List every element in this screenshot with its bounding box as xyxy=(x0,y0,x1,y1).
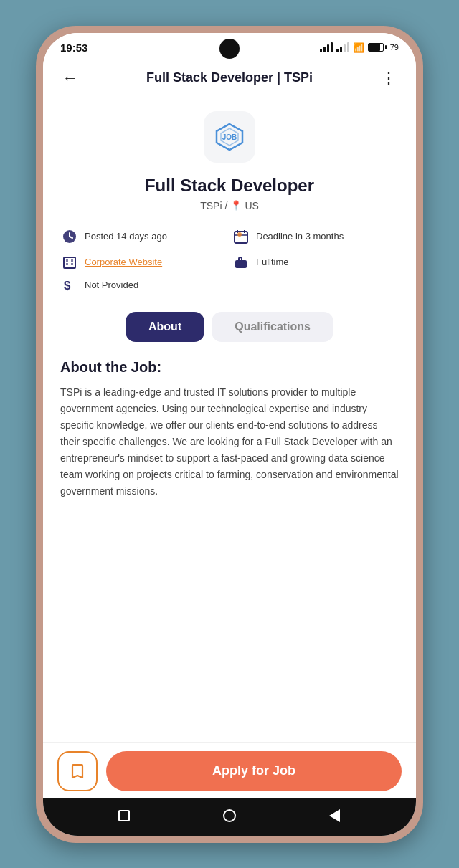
android-back-button[interactable] xyxy=(326,807,344,824)
bookmark-icon xyxy=(69,763,86,780)
svg-text:$: $ xyxy=(64,279,71,292)
android-home-button[interactable] xyxy=(221,807,238,824)
battery-icon xyxy=(368,43,387,52)
recent-icon xyxy=(118,810,130,821)
wifi-icon: 📶 xyxy=(353,42,364,53)
svg-rect-11 xyxy=(64,257,75,268)
salary-row: $ Not Provided xyxy=(43,276,416,303)
job-location: US xyxy=(245,200,258,211)
job-title: Full Stack Developer xyxy=(43,170,416,197)
back-button[interactable]: ← xyxy=(57,65,83,91)
page-title: Full Stack Developer | TSPi xyxy=(146,70,313,85)
calendar-icon xyxy=(232,227,250,246)
tab-qualifications-label: Qualifications xyxy=(235,320,311,333)
back-arrow-icon: ← xyxy=(62,69,78,87)
salary-text: Not Provided xyxy=(85,280,138,290)
save-job-button[interactable] xyxy=(57,751,98,791)
building-icon xyxy=(60,253,79,272)
phone-screen: 19:53 📶 xyxy=(43,33,416,836)
status-icons: 📶 79 xyxy=(320,42,399,53)
tab-qualifications[interactable]: Qualifications xyxy=(212,312,333,342)
signal-icon-2 xyxy=(336,42,349,52)
home-icon xyxy=(223,809,236,822)
battery-percent: 79 xyxy=(390,43,399,52)
job-logo-svg: JOB xyxy=(214,121,245,153)
back-icon xyxy=(329,809,340,822)
status-time: 19:53 xyxy=(60,42,87,54)
website-item: Corporate Website xyxy=(60,253,227,272)
front-camera xyxy=(219,39,240,59)
svg-rect-13 xyxy=(71,259,73,262)
top-navigation: ← Full Stack Developer | TSPi ⋮ xyxy=(43,58,416,98)
bottom-action-bar: Apply for Job xyxy=(43,742,416,798)
android-navigation xyxy=(43,798,416,836)
jobtype-item: Fulltime xyxy=(232,253,399,272)
scroll-content[interactable]: JOB Full Stack Developer TSPi / 📍 US xyxy=(43,98,416,742)
job-info-grid: Posted 14 days ago Deadline in 3 months … xyxy=(43,220,416,276)
svg-rect-12 xyxy=(66,259,68,262)
svg-point-10 xyxy=(237,232,242,237)
svg-rect-16 xyxy=(235,260,247,268)
website-link[interactable]: Corporate Website xyxy=(85,257,162,267)
svg-text:JOB: JOB xyxy=(222,133,237,141)
apply-button-label: Apply for Job xyxy=(212,763,295,778)
android-recent-button[interactable] xyxy=(115,807,133,824)
separator: / xyxy=(225,200,228,211)
about-body: TSPi is a leading-edge and trusted IT so… xyxy=(60,384,399,500)
svg-rect-14 xyxy=(66,263,68,265)
signal-icon xyxy=(320,42,333,52)
deadline-item: Deadline in 3 months xyxy=(232,227,399,246)
deadline-text: Deadline in 3 months xyxy=(256,231,344,242)
posted-text: Posted 14 days ago xyxy=(85,231,167,242)
company-name: TSPi xyxy=(200,200,222,211)
svg-rect-15 xyxy=(71,263,73,265)
location-pin-icon: 📍 xyxy=(230,200,242,211)
job-company-location: TSPi / 📍 US xyxy=(43,197,416,220)
apply-button[interactable]: Apply for Job xyxy=(106,751,402,791)
tab-about[interactable]: About xyxy=(126,312,204,342)
dollar-icon: $ xyxy=(60,276,79,295)
posted-item: Posted 14 days ago xyxy=(60,227,227,246)
tab-about-label: About xyxy=(148,320,181,333)
status-bar: 19:53 📶 xyxy=(43,33,416,58)
about-section: About the Job: TSPi is a leading-edge an… xyxy=(43,349,416,512)
jobtype-text: Fulltime xyxy=(256,257,289,267)
phone-shell: 19:53 📶 xyxy=(36,26,423,843)
clock-icon xyxy=(60,227,79,246)
briefcase-icon xyxy=(232,253,250,272)
more-options-button[interactable]: ⋮ xyxy=(376,65,402,91)
company-logo-area: JOB xyxy=(43,98,416,170)
tab-bar: About Qualifications xyxy=(43,303,416,349)
company-logo: JOB xyxy=(204,111,255,163)
more-dots-icon: ⋮ xyxy=(381,69,397,87)
about-heading: About the Job: xyxy=(60,359,399,376)
